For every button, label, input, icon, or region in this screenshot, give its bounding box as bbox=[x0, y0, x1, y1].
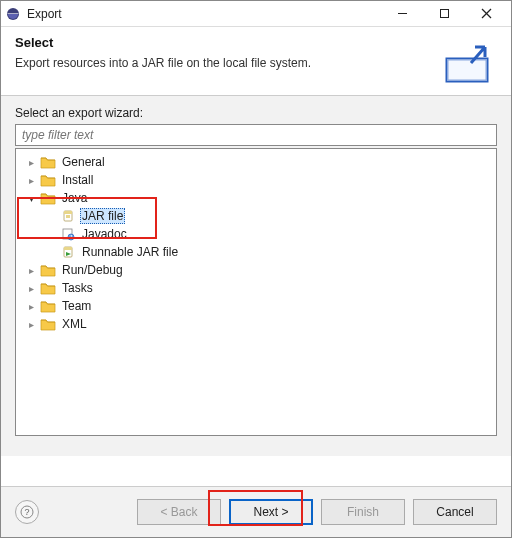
svg-rect-15 bbox=[64, 247, 72, 250]
tree-item-label: Runnable JAR file bbox=[80, 245, 180, 259]
chevron-down-icon[interactable]: ▾ bbox=[24, 191, 38, 205]
tree-item-label: Team bbox=[60, 299, 93, 313]
tree-item-label: Run/Debug bbox=[60, 263, 125, 277]
tree-folder[interactable]: ▸Tasks bbox=[18, 279, 494, 297]
folder-icon bbox=[40, 298, 56, 314]
tree-folder[interactable]: ▸Run/Debug bbox=[18, 261, 494, 279]
runjar-icon bbox=[60, 244, 76, 260]
tree-item[interactable]: Runnable JAR file bbox=[18, 243, 494, 261]
export-icon bbox=[437, 35, 497, 85]
tree-item[interactable]: JJavadoc bbox=[18, 225, 494, 243]
dialog-header: Select Export resources into a JAR file … bbox=[1, 27, 511, 96]
tree-folder[interactable]: ▸Team bbox=[18, 297, 494, 315]
wizard-tree[interactable]: ▸General▸Install▾JavaJAR fileJJavadocRun… bbox=[15, 148, 497, 436]
dialog-body: Select an export wizard: ▸General▸Instal… bbox=[1, 96, 511, 456]
tree-item-label: Java bbox=[60, 191, 89, 205]
minimize-button[interactable] bbox=[381, 2, 423, 26]
header-title: Select bbox=[15, 35, 437, 50]
javadoc-icon: J bbox=[60, 226, 76, 242]
tree-item-label: XML bbox=[60, 317, 89, 331]
chevron-right-icon[interactable]: ▸ bbox=[24, 173, 38, 187]
maximize-button[interactable] bbox=[423, 2, 465, 26]
chevron-right-icon[interactable]: ▸ bbox=[24, 263, 38, 277]
finish-button: Finish bbox=[321, 499, 405, 525]
dialog-footer: ? < Back Next > Finish Cancel bbox=[1, 487, 511, 537]
folder-icon bbox=[40, 154, 56, 170]
help-button[interactable]: ? bbox=[15, 500, 39, 524]
no-twisty bbox=[44, 209, 58, 223]
folder-icon bbox=[40, 172, 56, 188]
next-button[interactable]: Next > bbox=[229, 499, 313, 525]
tree-folder[interactable]: ▸Install bbox=[18, 171, 494, 189]
tree-item-label: General bbox=[60, 155, 107, 169]
folder-icon bbox=[40, 316, 56, 332]
tree-folder[interactable]: ▸XML bbox=[18, 315, 494, 333]
folder-icon bbox=[40, 190, 56, 206]
wizard-label: Select an export wizard: bbox=[15, 106, 497, 120]
no-twisty bbox=[44, 245, 58, 259]
tree-folder[interactable]: ▾Java bbox=[18, 189, 494, 207]
tree-item-label: Tasks bbox=[60, 281, 95, 295]
tree-item-label: Javadoc bbox=[80, 227, 129, 241]
no-twisty bbox=[44, 227, 58, 241]
folder-icon bbox=[40, 262, 56, 278]
svg-rect-7 bbox=[447, 59, 487, 81]
chevron-right-icon[interactable]: ▸ bbox=[24, 299, 38, 313]
tree-item-label: Install bbox=[60, 173, 95, 187]
back-button: < Back bbox=[137, 499, 221, 525]
close-button[interactable] bbox=[465, 2, 507, 26]
tree-folder[interactable]: ▸General bbox=[18, 153, 494, 171]
jar-icon bbox=[60, 208, 76, 224]
eclipse-icon bbox=[5, 6, 21, 22]
svg-rect-1 bbox=[8, 13, 19, 14]
window-title: Export bbox=[27, 7, 381, 21]
header-description: Export resources into a JAR file on the … bbox=[15, 56, 437, 70]
svg-rect-9 bbox=[64, 211, 72, 214]
svg-text:?: ? bbox=[24, 507, 29, 517]
folder-icon bbox=[40, 280, 56, 296]
chevron-right-icon[interactable]: ▸ bbox=[24, 155, 38, 169]
svg-rect-3 bbox=[440, 10, 448, 18]
titlebar: Export bbox=[1, 1, 511, 27]
filter-input[interactable] bbox=[15, 124, 497, 146]
tree-item[interactable]: JAR file bbox=[18, 207, 494, 225]
chevron-right-icon[interactable]: ▸ bbox=[24, 317, 38, 331]
tree-item-label: JAR file bbox=[80, 208, 125, 224]
cancel-button[interactable]: Cancel bbox=[413, 499, 497, 525]
svg-rect-10 bbox=[66, 215, 70, 218]
window-controls bbox=[381, 2, 507, 26]
chevron-right-icon[interactable]: ▸ bbox=[24, 281, 38, 295]
